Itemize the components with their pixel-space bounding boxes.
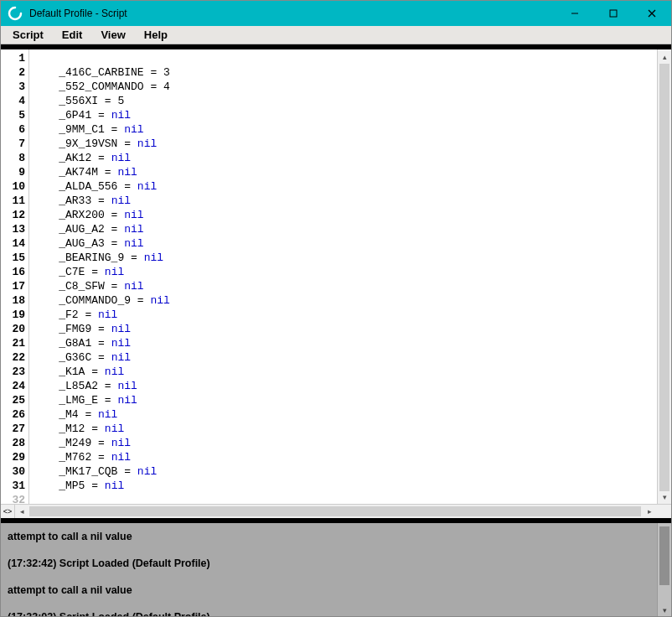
console-panel: attempt to call a nil value(17:32:42) Sc… xyxy=(1,518,671,616)
code-line[interactable]: _L85A2 = nil xyxy=(33,379,657,393)
line-number: 20 xyxy=(1,322,25,336)
svg-rect-1 xyxy=(610,10,617,17)
menu-script[interactable]: Script xyxy=(4,27,52,43)
console-scroll-thumb[interactable] xyxy=(659,526,669,585)
line-number: 18 xyxy=(1,293,25,308)
line-number: 2 xyxy=(1,65,25,80)
console-vertical-scrollbar[interactable]: ▾ xyxy=(657,523,671,616)
window-controls xyxy=(556,1,671,26)
code-line[interactable]: _LMG_E = nil xyxy=(33,393,657,407)
code-line[interactable]: _MP5 = nil xyxy=(33,479,657,493)
code-line[interactable]: _F2 = nil xyxy=(33,308,657,322)
console-line: attempt to call a nil value xyxy=(8,583,650,597)
line-number: 7 xyxy=(1,137,25,151)
code-line[interactable]: _556XI = 5 xyxy=(33,94,657,108)
line-number: 3 xyxy=(1,80,25,94)
code-line[interactable]: _9MM_C1 = nil xyxy=(33,122,657,137)
line-number: 29 xyxy=(1,450,25,464)
minimize-button[interactable] xyxy=(556,1,594,26)
line-number: 9 xyxy=(1,165,25,179)
line-number: 30 xyxy=(1,464,25,479)
menu-help[interactable]: Help xyxy=(136,27,176,43)
line-number: 25 xyxy=(1,393,25,407)
line-number: 11 xyxy=(1,194,25,208)
line-number: 19 xyxy=(1,308,25,322)
code-line[interactable]: _MK17_CQB = nil xyxy=(33,464,657,479)
line-number: 14 xyxy=(1,236,25,251)
line-number: 6 xyxy=(1,122,25,137)
console-line: (17:32:42) Script Loaded (Default Profil… xyxy=(8,557,650,570)
code-line[interactable]: _552_COMMANDO = 4 xyxy=(33,80,657,94)
line-number: 1 xyxy=(1,51,25,65)
console-scroll-down-icon[interactable]: ▾ xyxy=(658,604,671,616)
console-line: (17:33:03) Script Loaded (Default Profil… xyxy=(8,610,650,616)
code-line[interactable]: _ALDA_556 = nil xyxy=(33,179,657,194)
scroll-right-icon[interactable]: ▸ xyxy=(643,505,657,518)
line-number: 12 xyxy=(1,208,25,222)
scroll-up-icon[interactable]: ▴ xyxy=(658,49,671,64)
code-line[interactable]: _K1A = nil xyxy=(33,365,657,379)
line-number: 16 xyxy=(1,265,25,279)
editor-vertical-scrollbar[interactable]: ▴ ▾ xyxy=(657,49,671,504)
line-number: 8 xyxy=(1,151,25,165)
line-number: 10 xyxy=(1,179,25,194)
line-number: 31 xyxy=(1,479,25,493)
code-line[interactable]: _C7E = nil xyxy=(33,265,657,279)
code-line[interactable] xyxy=(33,51,657,65)
line-number: 17 xyxy=(1,279,25,293)
code-line[interactable]: _M762 = nil xyxy=(33,450,657,464)
close-button[interactable] xyxy=(633,1,671,26)
line-number: 28 xyxy=(1,436,25,450)
line-number: 27 xyxy=(1,422,25,436)
line-number: 22 xyxy=(1,350,25,365)
editor-horizontal-scrollbar[interactable]: <> ◂ ▸ xyxy=(1,504,671,518)
menubar: Script Edit View Help xyxy=(1,26,671,44)
maximize-button[interactable] xyxy=(594,1,633,26)
code-line[interactable]: _AK12 = nil xyxy=(33,151,657,165)
editor: 1234567891011121314151617181920212223242… xyxy=(1,44,671,504)
code-line[interactable]: _BEARING_9 = nil xyxy=(33,251,657,265)
code-area[interactable]: _416C_CARBINE = 3 _552_COMMANDO = 4 _556… xyxy=(29,49,657,504)
line-number: 5 xyxy=(1,108,25,122)
line-number: 4 xyxy=(1,94,25,108)
code-line[interactable]: _AUG_A3 = nil xyxy=(33,236,657,251)
code-line[interactable]: _AK74M = nil xyxy=(33,165,657,179)
console-spacer xyxy=(8,543,650,557)
code-line[interactable]: _M12 = nil xyxy=(33,422,657,436)
menu-edit[interactable]: Edit xyxy=(54,27,91,43)
console-spacer xyxy=(8,597,650,610)
window-title: Default Profile - Script xyxy=(29,8,556,19)
code-line[interactable]: _M249 = nil xyxy=(33,436,657,450)
code-line[interactable]: _M4 = nil xyxy=(33,407,657,422)
code-line[interactable]: _COMMANDO_9 = nil xyxy=(33,293,657,308)
code-line[interactable]: _G8A1 = nil xyxy=(33,336,657,350)
line-number-gutter: 1234567891011121314151617181920212223242… xyxy=(1,49,29,504)
console-output[interactable]: attempt to call a nil value(17:32:42) Sc… xyxy=(1,523,657,616)
line-number: 32 xyxy=(1,493,25,507)
scroll-corner xyxy=(657,505,671,518)
code-line[interactable]: _AUG_A2 = nil xyxy=(33,222,657,236)
code-line[interactable]: _ARX200 = nil xyxy=(33,208,657,222)
console-line: attempt to call a nil value xyxy=(8,530,650,543)
hscroll-track[interactable] xyxy=(29,505,643,518)
code-line[interactable]: _C8_SFW = nil xyxy=(33,279,657,293)
line-number: 15 xyxy=(1,251,25,265)
line-number: 13 xyxy=(1,222,25,236)
code-line[interactable]: _6P41 = nil xyxy=(33,108,657,122)
code-line[interactable]: _416C_CARBINE = 3 xyxy=(33,65,657,80)
code-line[interactable]: _AR33 = nil xyxy=(33,194,657,208)
hscroll-thumb[interactable] xyxy=(29,506,641,516)
line-number: 26 xyxy=(1,407,25,422)
console-spacer xyxy=(8,570,650,583)
code-line[interactable]: _G36C = nil xyxy=(33,350,657,365)
app-logo-icon xyxy=(8,6,23,21)
titlebar: Default Profile - Script xyxy=(1,1,671,26)
line-number: 24 xyxy=(1,379,25,393)
line-number: 23 xyxy=(1,365,25,379)
line-number: 21 xyxy=(1,336,25,350)
scroll-down-icon[interactable]: ▾ xyxy=(658,490,671,504)
code-line[interactable]: _FMG9 = nil xyxy=(33,322,657,336)
menu-view[interactable]: View xyxy=(92,27,133,43)
scroll-thumb[interactable] xyxy=(659,64,669,491)
code-line[interactable]: _9X_19VSN = nil xyxy=(33,137,657,151)
